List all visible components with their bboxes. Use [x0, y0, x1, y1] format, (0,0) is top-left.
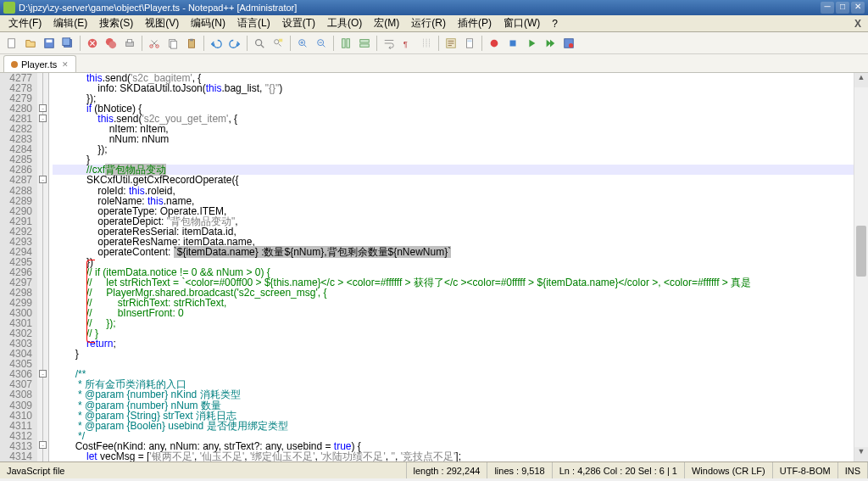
function-list-icon[interactable]	[442, 35, 459, 52]
status-length: length : 292,244	[407, 462, 488, 478]
close-icon[interactable]	[84, 35, 101, 52]
scroll-thumb[interactable]	[856, 226, 866, 277]
status-eol[interactable]: Windows (CR LF)	[685, 462, 773, 478]
status-language: JavaScript file	[0, 462, 407, 478]
svg-rect-13	[170, 41, 176, 48]
svg-rect-0	[8, 38, 15, 48]
fold-box-icon[interactable]: -	[39, 370, 47, 378]
sync-h-icon[interactable]	[356, 35, 373, 52]
line-number-gutter: 4277427842794280428142824283428442854286…	[0, 73, 37, 461]
tabbar: Player.ts ✕	[0, 54, 868, 73]
doc-map-icon[interactable]	[461, 35, 478, 52]
svg-rect-30	[510, 40, 516, 46]
svg-rect-21	[342, 38, 346, 48]
svg-rect-28	[467, 40, 471, 42]
play-macro-icon[interactable]	[523, 35, 540, 52]
replace-icon[interactable]	[270, 35, 287, 52]
zoom-in-icon[interactable]	[294, 35, 311, 52]
tab-close-icon[interactable]: ✕	[62, 60, 69, 69]
sync-v-icon[interactable]	[337, 35, 354, 52]
menu-settings[interactable]: 设置(T)	[277, 14, 320, 32]
show-all-icon[interactable]: ¶	[399, 35, 416, 52]
close-all-icon[interactable]	[103, 35, 120, 52]
svg-rect-2	[47, 39, 53, 42]
fold-box-icon[interactable]: -	[39, 115, 47, 122]
save-macro-icon[interactable]	[560, 35, 577, 52]
code-editor[interactable]: this.send('s2c_bagitem', { info: SKDataU…	[49, 73, 868, 461]
fold-box-icon[interactable]: -	[39, 441, 47, 449]
status-lines: lines : 9,518	[487, 462, 552, 478]
undo-icon[interactable]	[208, 35, 225, 52]
tab-player-ts[interactable]: Player.ts ✕	[3, 55, 76, 72]
play-multi-icon[interactable]	[542, 35, 559, 52]
status-encoding[interactable]: UTF-8-BOM	[773, 462, 838, 478]
svg-point-7	[108, 41, 116, 48]
editor-area: 4277427842794280428142824283428442854286…	[0, 73, 868, 461]
vertical-scrollbar[interactable]: ▲ ▼	[854, 73, 868, 461]
svg-rect-4	[63, 37, 70, 45]
status-insert-mode[interactable]: INS	[838, 462, 868, 478]
menu-view[interactable]: 视图(V)	[140, 14, 184, 32]
close-doc-button[interactable]: X	[851, 18, 865, 30]
menubar: 文件(F) 编辑(E) 搜索(S) 视图(V) 编码(N) 语言(L) 设置(T…	[0, 15, 868, 32]
svg-text:¶: ¶	[403, 38, 408, 48]
copy-icon[interactable]	[164, 35, 181, 52]
scroll-down-icon[interactable]: ▼	[854, 447, 868, 461]
find-icon[interactable]	[251, 35, 268, 52]
svg-point-32	[569, 43, 573, 48]
menu-edit[interactable]: 编辑(E)	[48, 14, 92, 32]
fold-box-icon[interactable]: -	[39, 176, 47, 183]
svg-rect-22	[347, 38, 350, 48]
fold-box-icon[interactable]: -	[39, 104, 47, 112]
wordwrap-icon[interactable]	[381, 35, 398, 52]
svg-rect-15	[190, 38, 193, 41]
svg-point-29	[491, 39, 498, 47]
svg-rect-24	[360, 43, 370, 47]
svg-rect-23	[360, 39, 370, 42]
menu-help[interactable]: ?	[547, 16, 563, 31]
close-button[interactable]: ✕	[851, 2, 865, 14]
menu-window[interactable]: 窗口(W)	[498, 14, 545, 32]
zoom-out-icon[interactable]	[313, 35, 330, 52]
svg-point-16	[256, 39, 262, 45]
save-icon[interactable]	[41, 35, 58, 52]
maximize-button[interactable]: □	[836, 2, 849, 14]
print-icon[interactable]	[121, 35, 138, 52]
menu-language[interactable]: 语言(L)	[232, 14, 275, 32]
indent-guide-icon[interactable]	[418, 35, 435, 52]
paste-icon[interactable]	[183, 35, 200, 52]
svg-rect-27	[467, 38, 473, 48]
menu-run[interactable]: 运行(R)	[406, 14, 451, 32]
minimize-button[interactable]: ─	[821, 2, 834, 14]
cut-icon[interactable]	[146, 35, 163, 52]
modified-dot-icon	[11, 61, 18, 68]
window-title: D:\jpzy\zy-server\game\object\Player.ts …	[19, 3, 821, 13]
menu-macro[interactable]: 宏(M)	[369, 14, 404, 32]
scroll-up-icon[interactable]: ▲	[854, 73, 868, 87]
svg-point-17	[275, 39, 279, 43]
tab-label: Player.ts	[21, 59, 57, 70]
app-icon	[3, 2, 15, 14]
redo-icon[interactable]	[226, 35, 243, 52]
open-file-icon[interactable]	[22, 35, 39, 52]
svg-rect-9	[127, 39, 131, 42]
record-macro-icon[interactable]	[486, 35, 503, 52]
status-position: Ln : 4,286 Col : 20 Sel : 6 | 1	[553, 462, 685, 478]
statusbar: JavaScript file length : 292,244 lines :…	[0, 461, 868, 478]
new-file-icon[interactable]	[3, 35, 20, 52]
svg-rect-18	[279, 38, 282, 42]
menu-file[interactable]: 文件(F)	[3, 14, 47, 32]
save-all-icon[interactable]	[59, 35, 76, 52]
menu-plugins[interactable]: 插件(P)	[453, 14, 497, 32]
menu-encoding[interactable]: 编码(N)	[186, 14, 231, 32]
titlebar: D:\jpzy\zy-server\game\object\Player.ts …	[0, 0, 868, 15]
menu-search[interactable]: 搜索(S)	[94, 14, 138, 32]
menu-tools[interactable]: 工具(O)	[322, 14, 367, 32]
stop-macro-icon[interactable]	[504, 35, 521, 52]
fold-gutter[interactable]: - - - - -	[37, 73, 49, 461]
toolbar: ¶	[0, 32, 868, 54]
